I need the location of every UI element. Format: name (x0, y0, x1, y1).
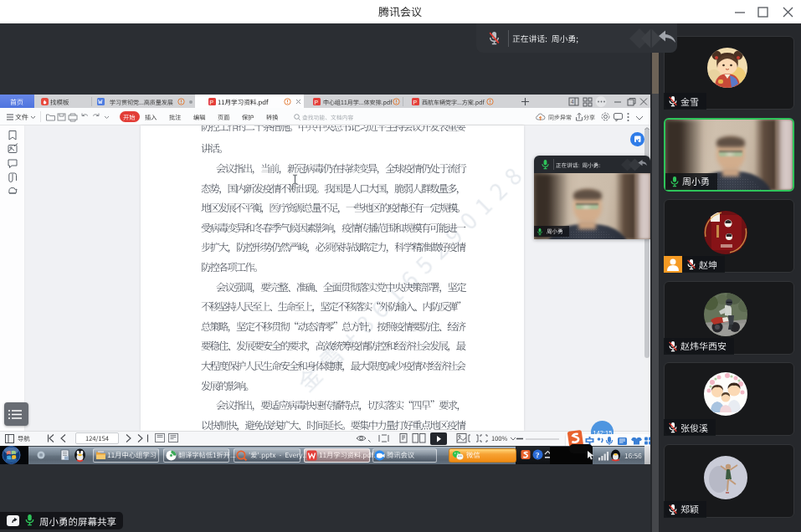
svg-text:P: P (413, 99, 418, 105)
svg-text:?: ? (536, 451, 540, 459)
svg-text:P: P (315, 99, 319, 105)
svg-text:4: 4 (571, 99, 574, 105)
svg-text:P: P (210, 99, 214, 105)
